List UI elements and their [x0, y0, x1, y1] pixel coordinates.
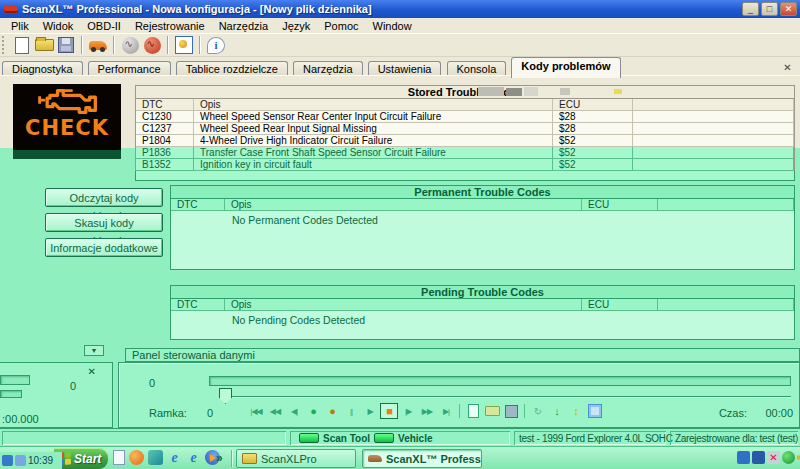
step-back-button[interactable]: ◀| [285, 403, 303, 419]
slider-rail[interactable] [219, 396, 791, 398]
close-button[interactable]: ✕ [780, 2, 797, 16]
modem-icon[interactable] [737, 451, 750, 464]
frame-grid-button[interactable] [586, 403, 604, 419]
col-opis[interactable]: Opis [225, 299, 582, 311]
fast-forward-button[interactable]: ▶▶ [418, 403, 436, 419]
render-artifact [614, 89, 622, 94]
check-lamp-tinted-strip [13, 150, 121, 159]
page-icon[interactable] [113, 450, 125, 465]
slider-value: 0 [149, 377, 155, 389]
tab-strip: Diagnostyka Performance Tablice rozdziel… [0, 57, 800, 76]
start-button[interactable]: Start [54, 448, 108, 469]
new-file-button[interactable] [11, 35, 33, 55]
dashboard-designer-button[interactable] [173, 35, 195, 55]
col-ecu[interactable]: ECU [582, 199, 658, 211]
pause-button[interactable]: || [342, 403, 360, 419]
export-down-button[interactable]: ↓ [548, 403, 566, 419]
task-button-scanxl-app[interactable]: ScanXL™ Professional... [362, 449, 482, 468]
col-extra [658, 199, 794, 211]
menu-jezyk[interactable]: Język [275, 20, 317, 32]
table-row[interactable]: C1230 Wheel Speed Sensor Rear Center Inp… [135, 111, 795, 123]
title-bar: ScanXL™ Professional - Nowa konfiguracja… [0, 0, 800, 18]
clear-codes-button[interactable]: Skasuj kody problemów [45, 213, 163, 232]
menu-bar: Plik Widok OBD-II Rejestrowanie Narzędzi… [0, 18, 800, 33]
internet-explorer-icon[interactable]: e [186, 450, 201, 465]
show-desktop-icon[interactable] [148, 450, 163, 465]
skip-to-start-button[interactable]: |◀◀ [247, 403, 265, 419]
play-button[interactable]: ▶ [361, 403, 379, 419]
col-dtc[interactable]: DTC [171, 199, 225, 211]
open-log-button[interactable] [483, 403, 501, 419]
menu-pomoc[interactable]: Pomoc [317, 20, 365, 32]
save-file-button[interactable] [55, 35, 77, 55]
network-offline-icon[interactable]: ✕ [767, 451, 780, 464]
new-log-button[interactable] [464, 403, 482, 419]
info-icon: i [207, 37, 225, 54]
about-button[interactable]: i [205, 35, 227, 55]
menu-window[interactable]: Window [366, 20, 419, 32]
task-button-scanxlpro-folder[interactable]: ScanXLPro [236, 449, 356, 468]
render-artifact [524, 87, 538, 96]
vehicle-manager-button[interactable] [87, 35, 109, 55]
save-log-button[interactable] [502, 403, 520, 419]
record-button[interactable]: ● [304, 403, 322, 419]
stored-codes-header: DTC Opis ECU [135, 99, 795, 111]
car-icon [89, 41, 107, 50]
toolbar-grip[interactable] [2, 36, 7, 54]
maximize-button[interactable]: □ [761, 2, 778, 16]
rewind-button[interactable]: ◀◀ [266, 403, 284, 419]
table-row[interactable]: B1352 Ignition key in circuit fault $52 [135, 159, 795, 171]
tab-kody-problemow[interactable]: Kody problemów [511, 57, 620, 78]
record-alt-button[interactable]: ● [323, 403, 341, 419]
firefox-icon[interactable] [129, 450, 144, 465]
table-row[interactable]: P1804 4-Wheel Drive High Indicator Circu… [135, 135, 795, 147]
disconnect-button[interactable] [119, 35, 141, 55]
pending-codes-table: Pending Trouble Codes DTC Opis ECU No Pe… [170, 285, 795, 340]
menu-widok[interactable]: Widok [36, 20, 81, 32]
table-row[interactable]: C1237 Wheel Speed Rear Input Signal Miss… [135, 123, 795, 135]
col-opis[interactable]: Opis [225, 199, 582, 211]
dashboard-icon [175, 36, 193, 54]
fragment-scroll-button[interactable]: ▼ [84, 345, 104, 356]
progress-groove[interactable] [209, 376, 791, 386]
col-opis[interactable]: Opis [194, 99, 553, 111]
status-cell-connections: Scan Tool Vehicle [290, 431, 510, 445]
slider-thumb[interactable] [219, 388, 232, 404]
open-file-button[interactable] [33, 35, 55, 55]
playback-controls: |◀◀ ◀◀ ◀| ● ● || ▶ ■ |▶ ▶▶ ▶| ↻ ↓ ↕ [247, 403, 604, 419]
permanent-codes-table: Permanent Trouble Codes DTC Opis ECU No … [170, 185, 795, 270]
additional-info-button[interactable]: Informacje dodatkowe [45, 238, 163, 257]
jump-marker-button[interactable]: ↻ [529, 403, 547, 419]
menu-plik[interactable]: Plik [4, 20, 36, 32]
tab-close-icon[interactable]: ✕ [781, 61, 794, 74]
menu-obd2[interactable]: OBD-II [80, 20, 128, 32]
menu-rejestrowanie[interactable]: Rejestrowanie [128, 20, 212, 32]
render-artifact [478, 87, 504, 96]
read-codes-button[interactable]: Odczytaj kody problemów [45, 188, 163, 207]
minimize-button[interactable]: _ [742, 2, 759, 16]
fragment-value: 0 [70, 380, 76, 392]
step-forward-button[interactable]: |▶ [399, 403, 417, 419]
save-log-icon [505, 405, 518, 418]
updates-icon[interactable] [782, 451, 795, 464]
connect-plug-icon [144, 37, 161, 54]
table-row[interactable]: P1836 Transfer Case Front Shaft Speed Se… [135, 147, 795, 159]
stop-button[interactable]: ■ [380, 403, 398, 419]
connect-button[interactable] [141, 35, 163, 55]
skip-to-end-button[interactable]: ▶| [437, 403, 455, 419]
menu-narzedzia[interactable]: Narzędzia [212, 20, 276, 32]
col-ecu[interactable]: ECU [553, 99, 633, 111]
vehicle-led [374, 433, 394, 443]
glitch-clock-fragment: 10:39 [0, 452, 62, 469]
fragment-close-icon[interactable]: ✕ [88, 366, 96, 377]
scan-tool-led [299, 433, 319, 443]
battery-icon[interactable] [752, 451, 765, 464]
opis-cell: Wheel Speed Sensor Rear Center Input Cir… [194, 111, 553, 123]
col-dtc[interactable]: DTC [171, 299, 225, 311]
task-label: ScanXLPro [261, 453, 317, 465]
col-ecu[interactable]: ECU [582, 299, 658, 311]
sync-arrows-button[interactable]: ↕ [567, 403, 585, 419]
internet-explorer-icon[interactable]: e [167, 450, 182, 465]
col-dtc[interactable]: DTC [136, 99, 194, 111]
quick-launch-chevron[interactable]: » [216, 451, 223, 465]
